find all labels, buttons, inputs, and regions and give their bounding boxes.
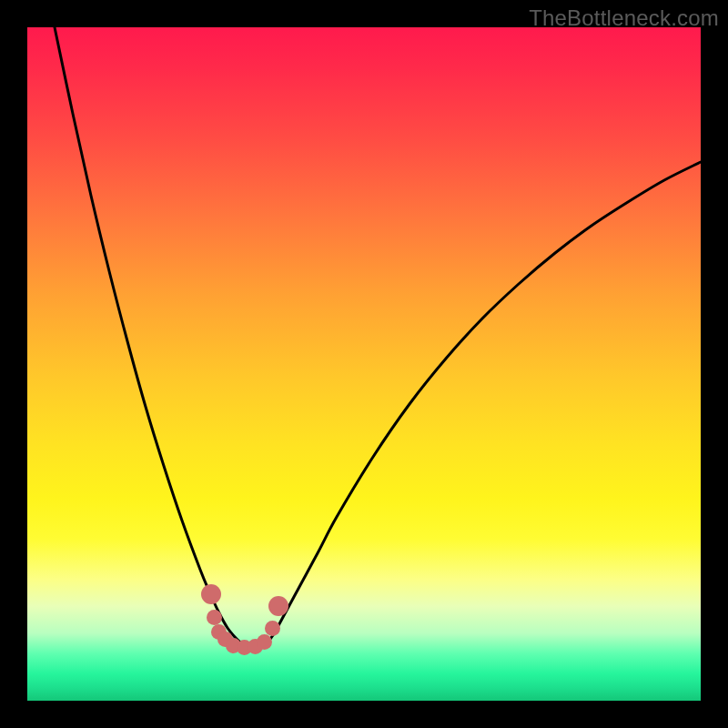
watermark-text: TheBottleneck.com [529, 5, 719, 31]
marker-right-mid [265, 621, 280, 636]
marker-bottom-4 [257, 634, 272, 650]
marker-left-top [201, 584, 221, 604]
chart-container: TheBottleneck.com [0, 0, 728, 728]
marker-right-top [268, 596, 288, 616]
marker-left-mid [207, 610, 222, 625]
marker-layer [27, 27, 701, 701]
